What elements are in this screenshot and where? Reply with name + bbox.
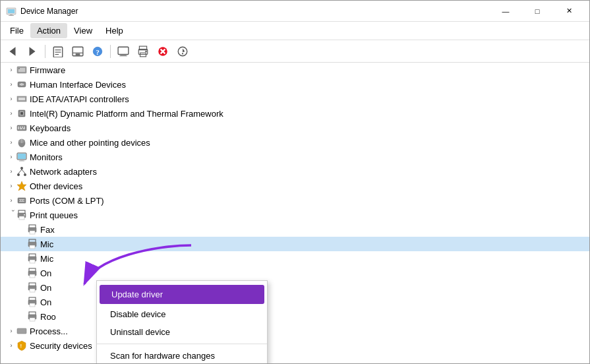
menu-view[interactable]: View [67, 23, 99, 38]
expand-ide[interactable]: › [6, 94, 16, 104]
menu-action[interactable]: Action [30, 23, 67, 38]
tree-item-print-queues[interactable]: › Print queues [1, 208, 589, 222]
mic1-icon [27, 239, 38, 249]
svg-rect-44 [24, 127, 25, 128]
svg-rect-52 [18, 154, 26, 159]
tree-item-on3[interactable]: › On [1, 295, 589, 309]
ctx-uninstall-device[interactable]: Uninstall device [97, 323, 267, 341]
tree-item-on1[interactable]: › On [1, 266, 589, 280]
properties-icon [52, 46, 64, 57]
expand-firmware[interactable]: › [6, 65, 16, 75]
tree-item-on2[interactable]: › On [1, 280, 589, 295]
network-icon [16, 166, 27, 177]
svg-rect-84 [30, 289, 35, 292]
toolbar-remove-button[interactable] [154, 42, 172, 61]
security-icon: ! [16, 340, 27, 351]
tree-item-keyboards[interactable]: › Keyboards [1, 121, 589, 135]
toolbar-sep-1 [45, 45, 45, 58]
update-icon [177, 46, 189, 57]
expand-hid[interactable]: › [6, 79, 16, 90]
ctx-disable-device[interactable]: Disable device [97, 305, 267, 323]
ctx-scan-hardware[interactable]: Scan for hardware changes [97, 347, 267, 363]
tree-item-intel[interactable]: › Intel(R) Dynamic Platform and Thermal … [1, 106, 589, 121]
tree-item-ports[interactable]: › Ports (COM & LPT) [1, 193, 589, 208]
svg-rect-47 [23, 129, 25, 130]
close-button[interactable]: ✕ [554, 1, 584, 22]
svg-rect-39 [20, 112, 23, 115]
expand-network[interactable]: › [6, 166, 16, 177]
network-label: Network adapters [30, 167, 97, 177]
toolbar-print-button[interactable] [134, 42, 152, 61]
tree-item-other[interactable]: › Other devices [1, 179, 589, 193]
expand-monitors[interactable]: › [6, 152, 16, 162]
expand-ports[interactable]: › [6, 195, 16, 206]
fax-label: Fax [40, 225, 55, 235]
title-bar: Device Manager — □ ✕ [1, 1, 589, 22]
scan-icon [72, 46, 84, 57]
svg-rect-91 [17, 328, 26, 334]
svg-rect-1 [8, 9, 15, 13]
svg-rect-15 [118, 47, 129, 54]
remove-icon [157, 46, 169, 57]
toolbar-properties-button[interactable] [49, 42, 67, 61]
svg-rect-42 [20, 127, 21, 128]
toolbar-help-button[interactable]: ? [88, 42, 107, 61]
tree-item-monitors[interactable]: › Monitors [1, 150, 589, 164]
back-icon [7, 46, 18, 57]
svg-point-64 [21, 200, 22, 201]
window-title: Device Manager [20, 7, 78, 16]
process-label: Process... [30, 326, 68, 336]
svg-rect-41 [18, 127, 19, 128]
mice-icon [16, 137, 27, 148]
fax-icon [27, 224, 38, 235]
expand-intel[interactable]: › [6, 108, 16, 119]
mice-label: Mice and other pointing devices [30, 138, 150, 148]
toolbar-scan-button[interactable] [69, 42, 87, 61]
svg-point-57 [24, 173, 26, 176]
minimize-button[interactable]: — [490, 1, 521, 22]
tree-item-ide[interactable]: › IDE ATA/ATAPI controllers [1, 92, 589, 106]
tree-item-mice[interactable]: › Mice and other pointing devices [1, 135, 589, 150]
ctx-sep-1 [97, 344, 267, 344]
expand-other[interactable]: › [6, 181, 16, 191]
svg-text:!: ! [20, 343, 22, 349]
ctx-update-driver[interactable]: Update driver [100, 285, 264, 304]
expand-process[interactable]: › [6, 326, 16, 336]
expand-print-queues[interactable]: › [6, 210, 16, 220]
tree-item-root[interactable]: › Roo [1, 309, 589, 324]
menu-bar: File Action View Help [1, 22, 589, 40]
maximize-button[interactable]: □ [522, 1, 552, 22]
svg-marker-60 [17, 181, 26, 191]
tree-item-process[interactable]: › Process... [1, 324, 589, 338]
tree-item-firmware[interactable]: › Firmware [1, 63, 589, 77]
expand-mice[interactable]: › [6, 137, 16, 148]
content-area[interactable]: › Firmware › Human Interface Devices › I… [1, 63, 589, 363]
svg-point-30 [18, 68, 20, 69]
svg-line-58 [18, 169, 22, 173]
svg-marker-26 [183, 48, 185, 52]
tree-item-mic2[interactable]: › Mic [1, 251, 589, 266]
expand-security[interactable]: › [6, 340, 16, 351]
device-manager-window: Device Manager — □ ✕ File Action View He… [0, 0, 590, 364]
toolbar-forward-button[interactable] [23, 42, 42, 61]
toolbar-back-button[interactable] [3, 42, 22, 61]
svg-rect-40 [17, 125, 26, 131]
keyboards-label: Keyboards [30, 123, 71, 133]
tree-item-mic1[interactable]: › Mic [1, 237, 589, 251]
expand-keyboards[interactable]: › [6, 123, 16, 133]
svg-point-27 [182, 53, 183, 54]
toolbar-display-button[interactable] [114, 42, 133, 61]
toolbar-update-button[interactable] [173, 42, 192, 61]
app-icon [6, 6, 16, 16]
tree-item-fax[interactable]: › Fax [1, 222, 589, 237]
keyboards-icon [16, 123, 27, 133]
tree-item-network[interactable]: › Network adapters [1, 164, 589, 179]
menu-help[interactable]: Help [99, 23, 130, 38]
other-icon [16, 181, 27, 191]
on2-label: On [40, 283, 51, 293]
tree-item-security[interactable]: › ! Security devices [1, 338, 589, 353]
menu-file[interactable]: File [3, 23, 30, 38]
mic2-icon [27, 253, 38, 264]
firmware-icon [16, 65, 27, 75]
tree-item-hid[interactable]: › Human Interface Devices [1, 77, 589, 92]
